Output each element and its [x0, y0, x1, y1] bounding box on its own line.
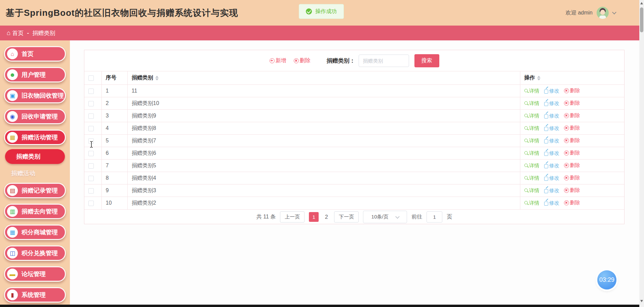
- delete-button[interactable]: 删除: [294, 57, 311, 64]
- home-icon: ⌂: [7, 29, 10, 37]
- sort-icon[interactable]: [155, 76, 159, 80]
- edit-link[interactable]: 修改: [544, 200, 559, 206]
- scroll-down-icon[interactable]: [640, 300, 643, 302]
- user-area[interactable]: 欢迎 admin: [566, 0, 616, 26]
- breadcrumb-home[interactable]: 首页: [12, 29, 24, 37]
- circle-dots-icon: ◉: [7, 111, 18, 122]
- search-button[interactable]: 搜索: [414, 54, 439, 67]
- sidebar-item-forum[interactable]: ▬ 论坛管理: [4, 266, 66, 282]
- sidebar-item-system[interactable]: ▮ 系统管理: [4, 287, 66, 303]
- row-checkbox[interactable]: [88, 138, 94, 144]
- detail-link[interactable]: 详情: [524, 200, 539, 206]
- edit-link[interactable]: 修改: [544, 138, 559, 144]
- sidebar-item-donation-activity-mgmt[interactable]: ▩ 捐赠活动管理: [4, 130, 66, 145]
- header-category[interactable]: 捐赠类别: [127, 71, 520, 85]
- table-row: 7 捐赠类别5 详情 修改 删除: [84, 160, 624, 172]
- sidebar-item-donation-destination[interactable]: ▥ 捐赠去向管理: [4, 204, 66, 219]
- sort-icon[interactable]: [537, 76, 540, 80]
- chevron-down-icon[interactable]: [612, 10, 616, 14]
- circle-x-icon: [294, 58, 299, 63]
- row-delete-link[interactable]: 删除: [564, 112, 580, 119]
- magnifier-icon: [524, 114, 529, 118]
- row-checkbox[interactable]: [88, 176, 94, 181]
- circle-x-icon: [564, 188, 569, 193]
- row-delete-link[interactable]: 删除: [564, 88, 580, 94]
- avatar[interactable]: [597, 7, 609, 19]
- detail-link[interactable]: 详情: [524, 187, 539, 194]
- sidebar-subitem-donation-activity[interactable]: 捐赠活动: [11, 169, 70, 177]
- row-checkbox[interactable]: [88, 101, 94, 106]
- cell-index: 3: [102, 110, 127, 122]
- page-1-active[interactable]: 1: [309, 212, 319, 222]
- add-button[interactable]: 新增: [270, 57, 286, 64]
- circle-x-icon: [564, 113, 569, 118]
- detail-link[interactable]: 详情: [524, 138, 539, 144]
- row-checkbox[interactable]: [88, 113, 94, 119]
- goto-page-input[interactable]: [427, 211, 442, 223]
- row-delete-link[interactable]: 删除: [564, 100, 580, 106]
- detail-link[interactable]: 详情: [524, 150, 539, 157]
- sidebar-item-donation-records[interactable]: ▤ 捐赠记录管理: [4, 183, 66, 198]
- row-delete-link[interactable]: 删除: [564, 200, 580, 206]
- edit-link[interactable]: 修改: [544, 100, 559, 107]
- row-delete-link[interactable]: 删除: [564, 162, 580, 169]
- prev-page-button[interactable]: 上一页: [280, 211, 305, 223]
- page-title: 基于SpringBoot的社区旧衣物回收与捐赠系统设计与实现: [6, 7, 238, 19]
- vertical-scrollbar[interactable]: [639, 0, 644, 307]
- circle-x-icon: [564, 163, 569, 168]
- row-checkbox[interactable]: [88, 201, 94, 206]
- edit-pencil-icon: [544, 201, 549, 205]
- edit-link[interactable]: 修改: [544, 150, 559, 157]
- row-checkbox[interactable]: [88, 126, 94, 131]
- sidebar-submenu: 捐赠类别 捐赠活动: [0, 149, 70, 177]
- user-icon: ☻: [7, 69, 18, 80]
- row-checkbox[interactable]: [88, 151, 94, 156]
- edit-link[interactable]: 修改: [544, 187, 559, 194]
- detail-link[interactable]: 详情: [524, 175, 539, 181]
- sidebar-item-home[interactable]: ⌂ 首页: [4, 46, 66, 62]
- table-row: 9 捐赠类别3 详情 修改 删除: [84, 184, 624, 197]
- clock-widget[interactable]: 03:29: [597, 270, 616, 289]
- page-size-select[interactable]: 10条/页: [363, 211, 407, 223]
- goto-label: 前往: [411, 213, 422, 220]
- page-2[interactable]: 2: [323, 214, 330, 220]
- row-checkbox[interactable]: [88, 89, 94, 94]
- scroll-up-icon[interactable]: [640, 2, 643, 4]
- edit-link[interactable]: 修改: [544, 175, 559, 181]
- circle-x-icon: [564, 150, 569, 156]
- detail-link[interactable]: 详情: [524, 163, 539, 169]
- detail-link[interactable]: 详情: [524, 88, 539, 94]
- row-delete-link[interactable]: 删除: [564, 187, 580, 194]
- row-delete-link[interactable]: 删除: [564, 150, 580, 156]
- detail-link[interactable]: 详情: [524, 125, 539, 132]
- sidebar-item-clothes-recycle[interactable]: ▣ 旧衣物回收管理: [4, 88, 66, 103]
- row-delete-link[interactable]: 删除: [564, 137, 580, 144]
- search-input[interactable]: [359, 55, 409, 67]
- sidebar-item-points-mall[interactable]: ▦ 积分商城管理: [4, 225, 66, 240]
- table-header-row: 序号 捐赠类别 操作: [84, 71, 624, 85]
- edit-pencil-icon: [544, 126, 549, 131]
- chip-icon: ▣: [7, 90, 18, 101]
- row-checkbox[interactable]: [88, 188, 94, 194]
- scrollbar-thumb[interactable]: [640, 7, 643, 32]
- edit-link[interactable]: 修改: [544, 125, 559, 132]
- circle-x-icon: [564, 138, 569, 143]
- row-delete-link[interactable]: 删除: [564, 125, 580, 131]
- select-all-checkbox[interactable]: [88, 75, 94, 81]
- row-checkbox[interactable]: [88, 163, 94, 169]
- row-delete-link[interactable]: 删除: [564, 175, 580, 181]
- sidebar-subitem-donation-category[interactable]: 捐赠类别: [5, 149, 65, 164]
- sidebar-item-users[interactable]: ☻ 用户管理: [4, 67, 66, 82]
- sidebar-item-recycle-apply[interactable]: ◉ 回收申请管理: [4, 109, 66, 124]
- edit-pencil-icon: [544, 151, 549, 156]
- edit-link[interactable]: 修改: [544, 113, 559, 119]
- edit-link[interactable]: 修改: [544, 163, 559, 169]
- sidebar-item-points-exchange[interactable]: ◫ 积分兑换管理: [4, 245, 66, 261]
- circle-x-icon: [564, 175, 569, 180]
- cell-category: 捐赠类别2: [127, 197, 520, 209]
- edit-link[interactable]: 修改: [544, 88, 559, 94]
- next-page-button[interactable]: 下一页: [334, 211, 359, 223]
- detail-link[interactable]: 详情: [524, 113, 539, 119]
- detail-link[interactable]: 详情: [524, 100, 539, 107]
- header-actions[interactable]: 操作: [520, 71, 624, 85]
